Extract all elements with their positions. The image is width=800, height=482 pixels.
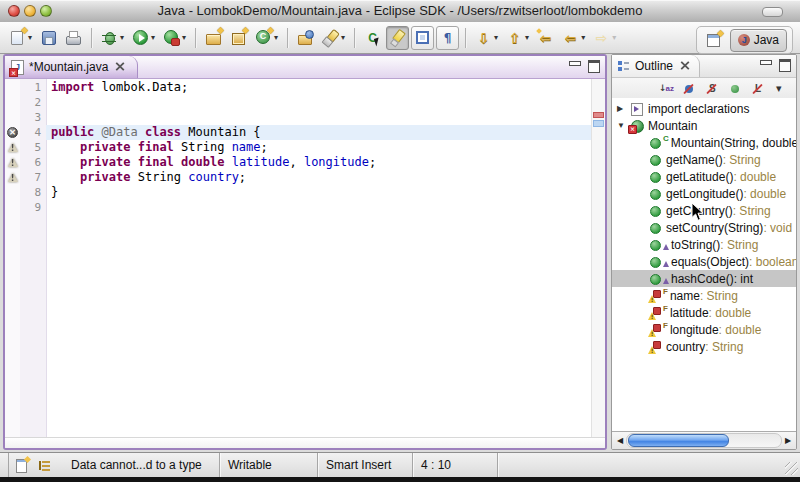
code-line[interactable]: 2 [5, 95, 592, 110]
code-text[interactable]: } [46, 185, 592, 200]
outline-item[interactable]: toString() : String [612, 236, 796, 253]
dropdown-arrow-icon: ▾ [182, 33, 186, 42]
minimize-pane-icon[interactable] [569, 60, 581, 66]
next-annotation-button[interactable]: ▾ [472, 26, 501, 50]
outline-item[interactable]: Fname : String [612, 287, 796, 304]
warning-marker[interactable] [5, 140, 20, 155]
code-line[interactable]: 6 private final double latitude, longitu… [5, 155, 592, 170]
overview-highlight-tick[interactable] [593, 120, 604, 127]
line-number: 4 [20, 125, 46, 140]
last-edit-location-button[interactable] [534, 26, 557, 50]
new-java-class-button[interactable]: ▾ [252, 26, 281, 50]
minimize-window-button[interactable] [24, 5, 36, 17]
outline-item[interactable]: import declarations [612, 100, 796, 117]
overview-error-tick[interactable] [593, 112, 604, 118]
code-line[interactable]: 1import lombok.Data; [5, 80, 592, 95]
code-line[interactable]: 9 [5, 200, 592, 215]
mark-occurrences-button[interactable] [386, 26, 409, 50]
line-number: 6 [20, 155, 46, 170]
maximize-pane-icon[interactable] [588, 60, 600, 73]
outline-item[interactable]: country : String [612, 338, 796, 355]
debug-button[interactable]: ▾ [98, 26, 127, 50]
outline-item[interactable]: hashCode() : int [612, 270, 796, 287]
save-button[interactable] [37, 26, 60, 50]
outline-item[interactable]: Flatitude : double [612, 304, 796, 321]
close-window-button[interactable] [8, 5, 20, 17]
method-icon [648, 153, 662, 167]
hide-fields-button[interactable] [681, 81, 697, 97]
close-outline-icon[interactable] [680, 60, 690, 72]
print-button[interactable] [62, 26, 85, 50]
previous-annotation-button[interactable]: ▾ [503, 26, 532, 50]
zoom-window-button[interactable] [40, 5, 52, 17]
sort-button[interactable] [658, 81, 674, 97]
open-declaration-button[interactable] [361, 26, 384, 50]
view-menu-button[interactable] [773, 81, 789, 97]
outline-tree[interactable]: import declarationsMountainCMountain(Str… [612, 98, 796, 431]
dropdown-arrow-icon: ▾ [120, 33, 124, 42]
editor-trim-icon[interactable] [15, 458, 29, 473]
outline-item[interactable]: CMountain(String, double [612, 134, 796, 151]
collapsed-arrow-icon[interactable] [617, 104, 630, 113]
code-line[interactable]: 4public @Data class Mountain { [5, 125, 592, 140]
annotation-cell [5, 110, 20, 125]
titlebar[interactable]: Java - LombokDemo/Mountain.java - Eclips… [0, 0, 800, 23]
outline-horizontal-scrollbar[interactable] [612, 431, 796, 449]
hide-static-button[interactable] [704, 81, 720, 97]
java-perspective-button[interactable]: Java [730, 29, 787, 52]
save-icon [40, 29, 57, 46]
outline-item[interactable]: getLongitude() : double [612, 185, 796, 202]
back-button[interactable]: ▾ [559, 26, 588, 50]
overview-ruler[interactable] [591, 79, 605, 437]
code-text[interactable]: import lombok.Data; [46, 80, 592, 95]
show-whitespace-button[interactable] [436, 26, 459, 50]
outline-item[interactable]: getName() : String [612, 151, 796, 168]
code-text[interactable]: public @Data class Mountain { [46, 125, 592, 140]
code-text[interactable] [46, 200, 592, 215]
code-text[interactable] [46, 95, 592, 110]
close-tab-icon[interactable] [115, 61, 125, 73]
outline-item[interactable]: Mountain [612, 117, 796, 134]
scroll-right-arrow-icon[interactable] [782, 436, 794, 445]
code-editor[interactable]: 1import lombok.Data;234public @Data clas… [5, 79, 605, 437]
code-line[interactable]: 3 [5, 110, 592, 125]
open-perspective-button[interactable] [702, 28, 725, 52]
titlebar-widget[interactable] [762, 7, 783, 17]
editor-horizontal-scrollbar[interactable] [5, 437, 605, 450]
run-button[interactable]: ▾ [129, 26, 158, 50]
show-source-button[interactable] [411, 26, 434, 50]
new-java-project-button[interactable] [202, 26, 225, 50]
code-line[interactable]: 5 private final String name; [5, 140, 592, 155]
search-button[interactable]: ▾ [319, 26, 348, 50]
hide-non-public-button[interactable] [727, 81, 743, 97]
outline-item[interactable]: equals(Object) : boolean [612, 253, 796, 270]
new-java-package-button[interactable] [227, 26, 250, 50]
maximize-pane-icon[interactable] [779, 59, 791, 72]
warning-marker[interactable] [5, 155, 20, 170]
view-trim-icon[interactable] [37, 458, 51, 473]
code-line[interactable]: 7 private String country; [5, 170, 592, 185]
code-line[interactable]: 8} [5, 185, 592, 200]
code-text[interactable]: private final String name; [46, 140, 592, 155]
scrollbar-thumb[interactable] [628, 434, 729, 447]
outline-item[interactable]: getLatitude() : double [612, 168, 796, 185]
minimize-pane-icon[interactable] [760, 59, 772, 65]
code-text[interactable]: private final double latitude, longitude… [46, 155, 592, 170]
new-button[interactable]: ▾ [6, 26, 35, 50]
open-resource-button[interactable] [294, 26, 317, 50]
resize-grip[interactable] [785, 462, 798, 475]
scroll-left-arrow-icon[interactable] [614, 436, 626, 445]
hide-local-types-button[interactable] [750, 81, 766, 97]
code-text[interactable] [46, 110, 592, 125]
warning-marker[interactable] [5, 170, 20, 185]
code-text[interactable]: private String country; [46, 170, 592, 185]
outline-item[interactable]: Flongitude : double [612, 321, 796, 338]
forward-button[interactable]: ▾ [590, 26, 619, 50]
editor-tab-mountain-java[interactable]: *Mountain.java [5, 56, 138, 78]
scrollbar-track[interactable] [626, 433, 782, 448]
error-marker[interactable] [5, 125, 20, 140]
outline-tab[interactable]: Outline [612, 55, 700, 77]
run-last-button[interactable]: ▾ [160, 26, 189, 50]
code-lines[interactable]: 1import lombok.Data;234public @Data clas… [5, 80, 592, 215]
outline-item-label: getLatitude() [666, 170, 733, 184]
